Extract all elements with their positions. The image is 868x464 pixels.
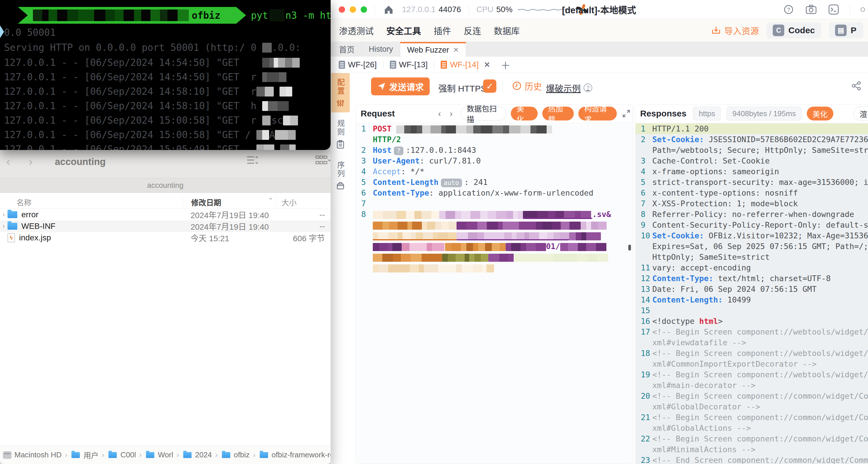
code-line: <!-- End Screen component://common/widge… [652,455,868,464]
fullscreen-icon[interactable] [621,107,632,120]
send-request-button[interactable]: 发送请求 [371,78,430,95]
menu-tab-4[interactable]: 数据库 [494,24,520,37]
help-icon[interactable]: ? [782,3,795,16]
code-line: Content-Type: text/html; charset=UTF-8 [652,273,868,284]
page-tab-1[interactable]: History [362,42,400,57]
render-button-cut[interactable]: 渲 [854,107,868,120]
payload-button-cut[interactable]: ▤P [829,22,863,38]
terminal-icon[interactable] [827,3,840,16]
line-number: 2 [636,134,652,145]
group-view-icon[interactable] [315,154,331,166]
column-divider[interactable] [276,195,276,207]
page-tab-2[interactable]: Web Fuzzer✕ [400,42,466,57]
back-icon[interactable]: ‹ [6,156,10,168]
column-date[interactable]: 修改日期 [191,197,221,207]
panel-splitter[interactable] [633,104,633,464]
wf-tab-2[interactable]: WF-[14]✕ [438,60,493,69]
redacted-mosaic [373,232,457,240]
code-row: 1POST [356,123,632,134]
code-row: Expires=Sat, 06 Sep 2025 07:56:15 GMT; P… [636,241,868,252]
terminal-output: 0.0 50001Serving HTTP on 0.0.0.0 port 50… [4,25,331,150]
path-separator: › [140,451,142,459]
wf-tab-0[interactable]: WF-[26] [336,60,380,69]
yakit-titlebar: 127.0.0.1 44076 CPU 50% [default]-本地模式 ? [330,0,868,19]
menu-tab-0[interactable]: 渗透测试 [339,24,374,37]
list-view-icon[interactable] [246,154,259,166]
sidebar-tab-2[interactable]: 序列 [331,156,350,195]
redacted-mosaic [514,254,610,262]
minimize-window-icon[interactable] [350,6,356,13]
traffic-lights[interactable] [339,6,367,13]
file-row-index.jsp[interactable]: ϟindex.jsp今天 15:21606 字节 [0,232,331,243]
import-resource-button[interactable]: 导入资源 [712,24,759,37]
file-date: 2024年7月19日 19:40 [191,209,269,221]
file-row-error[interactable]: ›error2024年7月19日 19:40-- [0,209,331,221]
line-number: 5 [636,177,652,187]
code-row: 3Cache-Control: Set-Cookie [636,155,868,166]
path-item-6[interactable]: ofbiz-framework-release18.12.15 [259,451,331,459]
column-size[interactable]: 大小 [282,197,297,207]
redacted-mosaic [262,72,286,82]
sidebar-tab-0[interactable]: 配置 [331,73,350,112]
path-item-5[interactable]: ofbiz [221,451,250,459]
path-item-1[interactable]: 用户 [71,450,98,460]
code-line: Host?:127.0.0.1:8443 [373,145,632,155]
line-number: 20 [636,390,652,401]
line-number: 7 [636,198,652,209]
beautify-button[interactable]: 美 化 [511,107,538,120]
screenshot-camera-icon[interactable] [805,3,817,16]
divider [374,4,375,15]
code-row: 4Accept: */* [356,166,632,177]
path-item-3[interactable]: Worl [145,451,173,459]
disk-icon [3,451,11,459]
request-scrollbar[interactable] [628,245,631,251]
code-line: vary: accept-encoding [652,262,868,273]
menu-tab-2[interactable]: 插件 [434,24,451,37]
share-icon[interactable] [851,81,862,92]
code-row: xml#viewdatafile --> [636,337,868,348]
response-beautify-button[interactable]: 美化 [807,107,833,120]
wf-tab-1[interactable]: WF-[13] [387,60,431,69]
terminal-window[interactable]: ofbiz pyt n3 -m ht 0.0 50001Serving HTTP… [0,0,331,150]
close-window-icon[interactable] [339,6,345,13]
finder-tab[interactable]: accounting [0,178,331,193]
path-item-0[interactable]: Macintosh HD [3,451,62,459]
blast-example-link[interactable]: 爆破示例 ? [546,82,592,94]
new-fuzzer-tab-button[interactable]: ＋ [500,58,510,72]
divider [383,60,383,69]
zoom-window-icon[interactable] [361,6,367,13]
menu-tab-1[interactable]: 安全工具 [386,24,421,37]
forward-icon[interactable]: › [29,156,33,168]
path-item-2[interactable]: C00l [108,451,136,459]
packet-scan-button[interactable]: 数据包扫描 [461,107,506,120]
request-header: Request ‹ › 数据包扫描 美 化 热加载 构造请求 [356,104,632,123]
construct-request-button[interactable]: 构造请求 [578,107,617,120]
page-tab-0[interactable]: 首页 [332,42,362,57]
disclosure-icon[interactable]: › [0,211,7,219]
request-editor[interactable]: 1POST HTTP/22Host?:127.0.0.1:84433User-A… [356,123,632,464]
home-icon[interactable] [382,3,395,16]
history-button[interactable]: 历史 [512,80,542,92]
codec-button[interactable]: C Codec [766,22,821,38]
close-tab-icon[interactable]: ✕ [484,60,490,69]
history-label: 历史 [525,80,542,92]
menu-tab-3[interactable]: 反连 [464,24,481,37]
disclosure-icon[interactable]: › [0,223,7,230]
line-number: 13 [636,284,652,294]
code-row: 17<!-- Begin Screen component://webtools… [636,326,868,337]
column-name[interactable]: 名称 [17,197,31,207]
line-number [636,401,652,412]
path-item-4[interactable]: 2024 [183,451,212,459]
next-request-icon[interactable]: › [450,109,453,118]
force-https-checkbox[interactable]: ✓ [483,80,496,93]
terminal-line: 0.0 50001 [4,25,331,40]
redacted-mosaic [262,101,289,111]
settings-icon-cut[interactable] [860,3,866,16]
response-editor[interactable]: 1HTTP/1.1 2002Set-Cookie: JSESSIONID=57E… [636,123,868,464]
file-row-WEB-INF[interactable]: ›WEB-INF2024年7月19日 19:40-- [0,221,331,232]
prev-request-icon[interactable]: ‹ [438,109,441,118]
code-line [373,198,632,209]
hot-reload-button[interactable]: 热加载 [542,107,574,120]
sidebar-tab-1[interactable]: 规则 [331,114,350,154]
close-tab-icon[interactable]: ✕ [453,46,459,54]
